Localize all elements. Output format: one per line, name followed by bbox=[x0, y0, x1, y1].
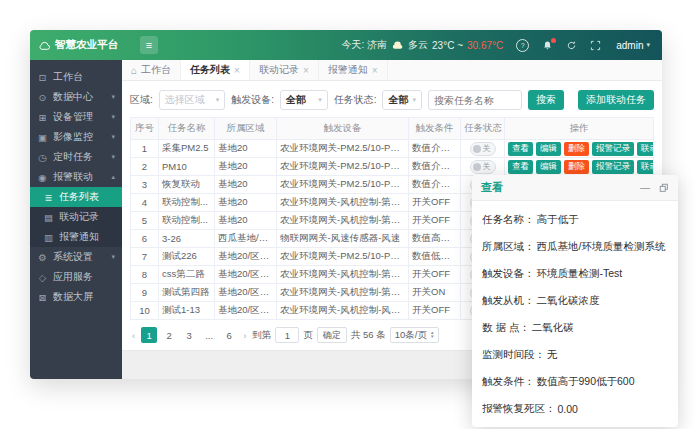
sidebar-collapse-button[interactable]: ≡ bbox=[140, 36, 158, 54]
sidebar-item-scheduled-task[interactable]: ◷定时任务▾ bbox=[30, 147, 122, 167]
chevron-down-icon: ▾ bbox=[111, 153, 115, 161]
search-button[interactable]: 搜索 bbox=[528, 90, 564, 110]
column-header: 任务名称 bbox=[159, 118, 215, 140]
sidebar-item-alarm-notice[interactable]: ▥报警通知 bbox=[30, 227, 122, 247]
cell-task-name: 采集PM2.5 bbox=[159, 140, 215, 158]
tab-alarm-notice[interactable]: 报警通知× bbox=[319, 60, 388, 80]
sidebar-item-device-management[interactable]: ⊞设备管理▾ bbox=[30, 107, 122, 127]
sidebar-item-label: 联动记录 bbox=[59, 210, 115, 224]
cell-task-name: css第二路 bbox=[159, 266, 215, 284]
confirm-page-button[interactable]: 确定 bbox=[317, 327, 347, 343]
sidebar-item-label: 工作台 bbox=[53, 70, 115, 84]
dialog-field: 触发从机：二氧化碳浓度 bbox=[482, 287, 668, 314]
sidebar-item-data-center[interactable]: ⊙数据中心▾ bbox=[30, 87, 122, 107]
sidebar-item-task-list[interactable]: ≣任务列表 bbox=[30, 187, 122, 207]
weather-desc: 多云 bbox=[408, 38, 428, 52]
linkage-record-button[interactable]: 联动记录 bbox=[637, 160, 654, 174]
cell-region: 基地20 bbox=[215, 212, 277, 230]
sidebar-item-data-screen[interactable]: ⊠数据大屏 bbox=[30, 287, 122, 307]
toggle-knob bbox=[473, 145, 481, 153]
user-menu[interactable]: admin ▾ bbox=[616, 40, 650, 51]
cell-operations: 查看编辑删除报警记录联动记录 bbox=[505, 158, 654, 176]
close-icon[interactable]: × bbox=[234, 65, 240, 76]
device-management-icon: ⊞ bbox=[37, 112, 48, 123]
help-button[interactable]: ? bbox=[516, 39, 529, 52]
notifications-button[interactable] bbox=[542, 40, 553, 51]
field-label: 触发设备： bbox=[482, 267, 535, 281]
linkage-record-button[interactable]: 联动记录 bbox=[637, 142, 654, 156]
status-filter-label: 任务状态: bbox=[334, 93, 377, 107]
search-input[interactable] bbox=[428, 90, 522, 110]
operation-buttons: 查看编辑删除报警记录联动记录 bbox=[508, 160, 650, 174]
edit-button[interactable]: 编辑 bbox=[536, 160, 561, 174]
delete-button[interactable]: 删除 bbox=[564, 160, 589, 174]
field-value: 环境质量检测-Test bbox=[537, 267, 623, 281]
task-status-toggle[interactable]: 关 bbox=[470, 160, 496, 174]
weather-info: 今天: 济南 多云 23°C ~ 30.67°C bbox=[341, 38, 503, 52]
alarm-record-button[interactable]: 报警记录 bbox=[592, 160, 634, 174]
chevron-down-icon: ▾ bbox=[111, 113, 115, 121]
cell-trigger-condition: 数值低于... bbox=[409, 248, 461, 266]
page-size-select[interactable]: 10条/页▲▼ bbox=[390, 327, 440, 343]
tab-workbench[interactable]: ⌂工作台 bbox=[122, 60, 181, 80]
toggle-state-label: 关 bbox=[483, 161, 491, 172]
page-jump-input[interactable] bbox=[275, 327, 299, 343]
cell-index: 1 bbox=[131, 140, 159, 158]
close-icon[interactable]: × bbox=[372, 65, 378, 76]
dialog-field: 数 据 点：二氧化碳 bbox=[482, 314, 668, 341]
resize-icon[interactable] bbox=[659, 183, 669, 193]
alarm-notice-icon: ▥ bbox=[43, 232, 54, 243]
cell-region: 基地20/区域20 bbox=[215, 266, 277, 284]
edit-button[interactable]: 编辑 bbox=[536, 142, 561, 156]
cell-index: 7 bbox=[131, 248, 159, 266]
app-title: 智慧农业平台 bbox=[55, 38, 118, 52]
cell-trigger-device: 农业环境网关-风机控制-风机控制 bbox=[277, 302, 409, 320]
sidebar-item-linkage-record[interactable]: ▤联动记录 bbox=[30, 207, 122, 227]
cell-trigger-device: 农业环境网关-风机控制-第二路 bbox=[277, 212, 409, 230]
delete-button[interactable]: 删除 bbox=[564, 142, 589, 156]
fullscreen-button[interactable] bbox=[590, 40, 601, 51]
cell-task-name: 3-26 bbox=[159, 230, 215, 248]
field-label: 任务名称： bbox=[482, 213, 535, 227]
field-value: 西瓜基地/环境质量检测系统 bbox=[537, 240, 666, 254]
prev-page-button[interactable]: ‹ bbox=[130, 330, 137, 341]
cell-trigger-condition: 数值介于... bbox=[409, 176, 461, 194]
status-select[interactable]: 全部 ▾ bbox=[382, 90, 422, 110]
tab-task-list[interactable]: 任务列表× bbox=[181, 60, 250, 80]
next-page-button[interactable]: › bbox=[241, 330, 248, 341]
help-icon: ? bbox=[516, 39, 529, 52]
cell-task-name: PM10 bbox=[159, 158, 215, 176]
column-header: 触发条件 bbox=[409, 118, 461, 140]
page-number-6[interactable]: 6 bbox=[221, 327, 237, 343]
sidebar-item-system-settings[interactable]: ⚙系统设置▾ bbox=[30, 247, 122, 267]
task-table-head: 序号任务名称所属区域触发设备触发条件任务状态操作 bbox=[131, 118, 654, 140]
dialog-field: 报警恢复死区：0.00 bbox=[482, 395, 668, 422]
notification-badge-dot bbox=[551, 38, 556, 43]
submenu-alarm-linkage: ≣任务列表▤联动记录▥报警通知 bbox=[30, 187, 122, 247]
field-label: 监测时间段： bbox=[482, 348, 545, 362]
page-number-1[interactable]: 1 bbox=[141, 327, 157, 343]
tab-linkage-record[interactable]: 联动记录× bbox=[250, 60, 319, 80]
view-button[interactable]: 查看 bbox=[508, 142, 533, 156]
page-number-2[interactable]: 2 bbox=[161, 327, 177, 343]
sidebar-item-workbench[interactable]: ⊡工作台 bbox=[30, 67, 122, 87]
scheduled-task-icon: ◷ bbox=[37, 152, 48, 163]
sidebar-item-app-service[interactable]: ◇应用服务 bbox=[30, 267, 122, 287]
goto-label: 到第 bbox=[252, 329, 271, 342]
cell-trigger-condition: 数值介于... bbox=[409, 140, 461, 158]
page-number-3[interactable]: 3 bbox=[181, 327, 197, 343]
dialog-field: 触发设备：环境质量检测-Test bbox=[482, 260, 668, 287]
view-button[interactable]: 查看 bbox=[508, 160, 533, 174]
add-linkage-task-button[interactable]: 添加联动任务 bbox=[578, 90, 654, 110]
minimize-icon[interactable]: — bbox=[640, 182, 650, 193]
dialog-field: 任务名称：高于低于 bbox=[482, 206, 668, 233]
task-status-toggle[interactable]: 关 bbox=[470, 142, 496, 156]
alarm-record-button[interactable]: 报警记录 bbox=[592, 142, 634, 156]
device-select[interactable]: 全部 ▾ bbox=[280, 90, 328, 110]
view-dialog: 查看 — 任务名称：高于低于所属区域：西瓜基地/环境质量检测系统触发设备：环境质… bbox=[472, 175, 678, 427]
close-icon[interactable]: × bbox=[303, 65, 309, 76]
sidebar-item-alarm-linkage[interactable]: ◉报警联动▴ bbox=[30, 167, 122, 187]
sidebar-item-video-monitor[interactable]: ▣影像监控▾ bbox=[30, 127, 122, 147]
region-select[interactable]: 选择区域 ▾ bbox=[159, 90, 225, 110]
refresh-button[interactable] bbox=[566, 40, 577, 51]
